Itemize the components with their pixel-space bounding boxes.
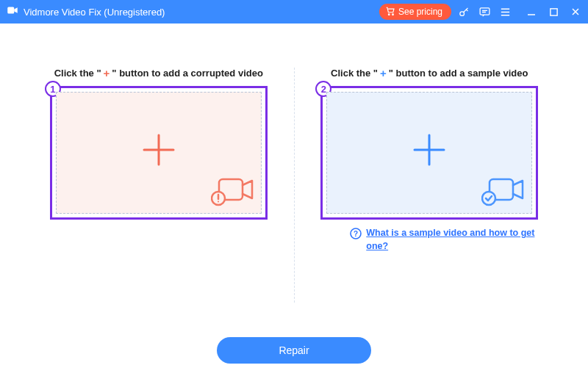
see-pricing-label: See pricing	[398, 7, 442, 17]
repair-button[interactable]: Repair	[217, 337, 371, 364]
broken-video-icon	[211, 173, 257, 210]
menu-icon[interactable]	[498, 5, 512, 18]
plus-icon: +	[104, 68, 110, 79]
sample-video-help-link[interactable]: What is a sample video and how to get on…	[366, 227, 538, 253]
add-sample-video-dropzone[interactable]: 2	[320, 86, 538, 220]
plus-icon	[407, 128, 451, 178]
maximize-button[interactable]	[547, 5, 560, 18]
left-instruction-pre: Click the "	[54, 68, 101, 79]
app-title: Vidmore Video Fix (Unregistered)	[24, 7, 165, 18]
ok-video-icon	[481, 173, 527, 210]
titlebar-left: Vidmore Video Fix (Unregistered)	[6, 4, 165, 20]
main-content: Click the " + " button to add a corrupte…	[0, 24, 588, 322]
add-corrupted-video-dropzone[interactable]: 1	[50, 86, 268, 220]
svg-point-2	[392, 13, 394, 15]
app-logo-icon	[6, 4, 19, 20]
right-instruction: Click the " + " button to add a sample v…	[331, 68, 528, 79]
dropzone-inner	[326, 92, 532, 214]
dropzone-inner	[56, 92, 262, 214]
svg-point-1	[388, 13, 390, 15]
app-window: Vidmore Video Fix (Unregistered) See pri…	[0, 0, 588, 379]
svg-rect-5	[550, 8, 556, 15]
feedback-icon[interactable]	[478, 5, 491, 18]
window-controls	[525, 5, 582, 18]
plus-icon	[137, 128, 181, 178]
footer: Repair	[0, 322, 588, 379]
svg-rect-4	[480, 7, 490, 14]
titlebar-tools	[457, 5, 512, 18]
see-pricing-button[interactable]: See pricing	[379, 4, 451, 20]
svg-rect-0	[7, 7, 14, 14]
cart-icon	[385, 6, 395, 18]
svg-point-3	[459, 11, 464, 15]
left-instruction-post: " button to add a corrupted video	[112, 68, 263, 79]
svg-text:?: ?	[354, 230, 358, 238]
svg-point-9	[218, 201, 219, 203]
close-button[interactable]	[569, 5, 582, 18]
pane-divider	[294, 68, 295, 303]
right-instruction-pre: Click the "	[331, 68, 378, 79]
key-icon[interactable]	[457, 5, 470, 18]
right-instruction-post: " button to add a sample video	[389, 68, 528, 79]
left-instruction: Click the " + " button to add a corrupte…	[54, 68, 263, 79]
help-icon: ?	[350, 228, 362, 239]
right-pane: Click the " + " button to add a sample v…	[298, 68, 562, 322]
left-pane: Click the " + " button to add a corrupte…	[26, 68, 291, 322]
titlebar: Vidmore Video Fix (Unregistered) See pri…	[0, 0, 588, 24]
help-row: ? What is a sample video and how to get …	[320, 227, 538, 253]
minimize-button[interactable]	[525, 5, 538, 18]
plus-icon: +	[380, 68, 387, 79]
